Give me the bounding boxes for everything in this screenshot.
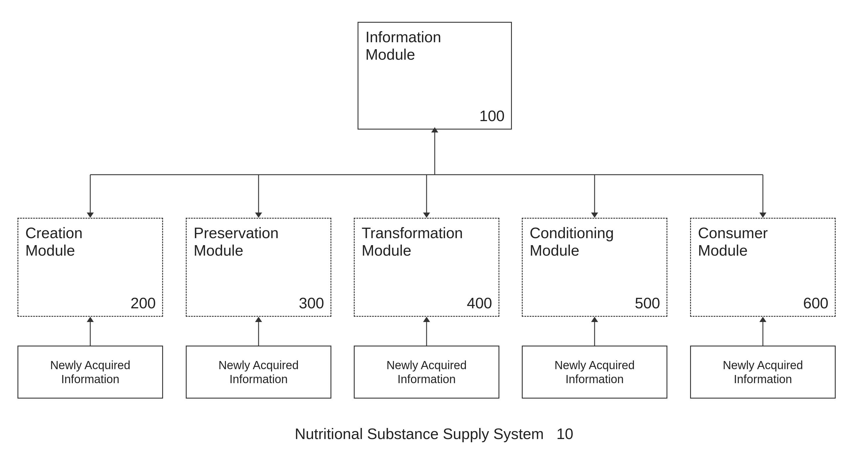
conditioning-module-number: 500 (635, 294, 660, 312)
svg-marker-16 (255, 317, 262, 322)
preservation-module-title: PreservationModule (194, 224, 279, 259)
creation-info-box: Newly AcquiredInformation (18, 345, 163, 399)
consumer-info-box: Newly AcquiredInformation (690, 345, 836, 399)
preservation-info-box: Newly AcquiredInformation (186, 345, 331, 399)
conditioning-module-title: ConditioningModule (530, 224, 614, 259)
preservation-module-box: PreservationModule 300 (186, 218, 331, 317)
consumer-info-label: Newly AcquiredInformation (723, 358, 803, 386)
transformation-module-box: TransformationModule 400 (354, 218, 499, 317)
conditioning-module-box: ConditioningModule 500 (522, 218, 668, 317)
consumer-module-title: ConsumerModule (698, 224, 768, 259)
svg-marker-3 (87, 213, 94, 218)
conditioning-info-label: Newly AcquiredInformation (554, 358, 635, 386)
information-module-number: 100 (479, 107, 505, 125)
transformation-info-label: Newly AcquiredInformation (386, 358, 467, 386)
preservation-info-label: Newly AcquiredInformation (218, 358, 299, 386)
creation-module-title: CreationModule (25, 224, 83, 259)
svg-marker-9 (591, 213, 598, 218)
consumer-module-box: ConsumerModule 600 (690, 218, 836, 317)
svg-marker-5 (255, 213, 262, 218)
preservation-module-number: 300 (299, 294, 324, 312)
information-module-title: InformationModule (365, 29, 441, 63)
svg-marker-11 (760, 213, 766, 218)
svg-marker-7 (423, 213, 430, 218)
transformation-info-box: Newly AcquiredInformation (354, 345, 499, 399)
conditioning-info-box: Newly AcquiredInformation (522, 345, 668, 399)
transformation-module-title: TransformationModule (362, 224, 463, 259)
caption-text: Nutritional Substance Supply System (295, 425, 544, 442)
transformation-module-number: 400 (467, 294, 492, 312)
creation-info-label: Newly AcquiredInformation (50, 358, 130, 386)
creation-module-number: 200 (130, 294, 156, 312)
consumer-module-number: 600 (803, 294, 828, 312)
svg-marker-14 (87, 317, 94, 322)
diagram-caption: Nutritional Substance Supply System 10 (295, 425, 573, 442)
caption-number: 10 (556, 425, 573, 442)
svg-marker-20 (591, 317, 598, 322)
diagram-container: InformationModule 100 CreationModule 200… (0, 0, 868, 460)
svg-marker-22 (760, 317, 766, 322)
creation-module-box: CreationModule 200 (18, 218, 163, 317)
svg-marker-18 (423, 317, 430, 322)
information-module-box: InformationModule 100 (358, 22, 512, 129)
